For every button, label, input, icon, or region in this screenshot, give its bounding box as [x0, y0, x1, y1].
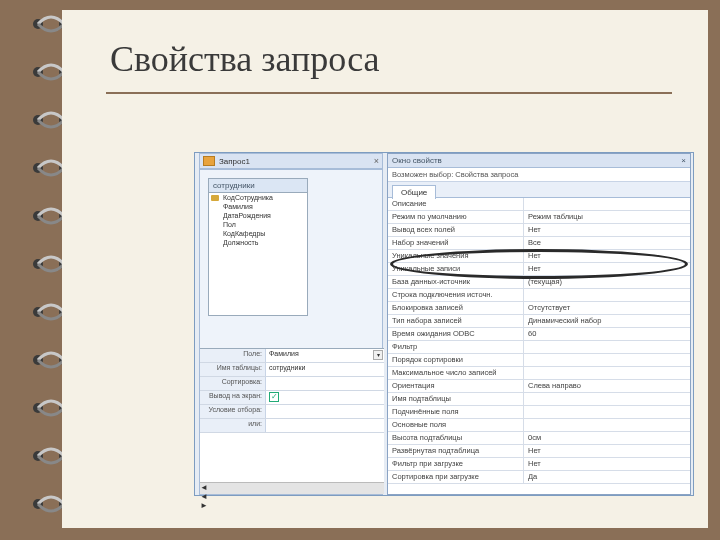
property-value[interactable]: Режим таблицы — [524, 211, 690, 223]
property-row[interactable]: Тип набора записейДинамический набор — [388, 315, 690, 328]
property-value[interactable]: 60 — [524, 328, 690, 340]
property-value[interactable]: (текущая) — [524, 276, 690, 288]
tab-general[interactable]: Общие — [392, 185, 436, 199]
query-tab[interactable]: Запрос1 × — [199, 153, 383, 169]
grid-row[interactable]: или: — [200, 419, 384, 433]
grid-value[interactable] — [266, 405, 384, 418]
property-name: Имя подтаблицы — [388, 393, 524, 405]
grid-label: Условие отбора: — [200, 405, 266, 418]
query-grid: Поле:Фамилия▾Имя таблицы:сотрудникиСорти… — [200, 348, 384, 494]
property-value[interactable]: Все — [524, 237, 690, 249]
property-row[interactable]: База данных-источник(текущая) — [388, 276, 690, 289]
scroll-right-icon[interactable]: ► — [200, 501, 384, 510]
properties-title-bar[interactable]: Окно свойств × — [388, 154, 690, 168]
scroll-left-icon[interactable]: ◄ — [200, 483, 384, 492]
properties-title: Окно свойств — [392, 156, 442, 165]
property-row[interactable]: Уникальные записиНет — [388, 263, 690, 276]
grid-label: Вывод на экран: — [200, 391, 266, 404]
grid-value[interactable]: Фамилия▾ — [266, 349, 384, 362]
property-value[interactable] — [524, 406, 690, 418]
property-name: Максимальное число записей — [388, 367, 524, 379]
property-value[interactable] — [524, 419, 690, 431]
property-value[interactable]: Нет — [524, 250, 690, 262]
properties-list: ОписаниеРежим по умолчаниюРежим таблицыВ… — [388, 198, 690, 484]
property-row[interactable]: Описание — [388, 198, 690, 211]
field-item[interactable]: Должность — [209, 238, 307, 247]
property-row[interactable]: Высота подтаблицы0см — [388, 432, 690, 445]
property-value[interactable]: Отсутствует — [524, 302, 690, 314]
property-name: База данных-источник — [388, 276, 524, 288]
property-row[interactable]: Максимальное число записей — [388, 367, 690, 380]
property-row[interactable]: Вывод всех полейНет — [388, 224, 690, 237]
grid-label: или: — [200, 419, 266, 432]
property-value[interactable]: Нет — [524, 445, 690, 457]
field-item[interactable]: КодСотрудника — [209, 193, 307, 202]
property-name: Порядок сортировки — [388, 354, 524, 366]
property-row[interactable]: Фильтр при загрузкеНет — [388, 458, 690, 471]
property-value[interactable]: Динамический набор — [524, 315, 690, 327]
property-row[interactable]: Основные поля — [388, 419, 690, 432]
property-value[interactable]: Нет — [524, 263, 690, 275]
properties-tabstrip: Общие — [388, 182, 690, 198]
field-item[interactable]: Пол — [209, 220, 307, 229]
grid-row[interactable]: Поле:Фамилия▾ — [200, 349, 384, 363]
property-value[interactable] — [524, 341, 690, 353]
grid-label: Поле: — [200, 349, 266, 362]
field-item[interactable]: Фамилия — [209, 202, 307, 211]
slide: Свойства запроса Запрос1 × сотрудники Ко… — [62, 10, 708, 528]
grid-value[interactable]: ✓ — [266, 391, 384, 404]
property-row[interactable]: Подчинённые поля — [388, 406, 690, 419]
property-row[interactable]: ОриентацияСлева направо — [388, 380, 690, 393]
property-name: Ориентация — [388, 380, 524, 392]
property-row[interactable]: Порядок сортировки — [388, 354, 690, 367]
grid-label: Имя таблицы: — [200, 363, 266, 376]
property-value[interactable] — [524, 198, 690, 210]
checkbox-icon[interactable]: ✓ — [269, 392, 279, 402]
close-icon[interactable]: × — [374, 156, 379, 166]
grid-value[interactable] — [266, 419, 384, 432]
property-value[interactable] — [524, 393, 690, 405]
property-name: Блокировка записей — [388, 302, 524, 314]
query-icon — [203, 156, 215, 166]
property-row[interactable]: Развёрнутая подтаблицаНет — [388, 445, 690, 458]
property-row[interactable]: Сортировка при загрузкеДа — [388, 471, 690, 484]
grid-row[interactable]: Имя таблицы:сотрудники — [200, 363, 384, 377]
design-pane: сотрудники КодСотрудника Фамилия ДатаРож… — [199, 169, 383, 495]
grid-row[interactable]: Вывод на экран:✓ — [200, 391, 384, 405]
chevron-down-icon[interactable]: ▾ — [373, 350, 383, 360]
property-name: Режим по умолчанию — [388, 211, 524, 223]
property-row[interactable]: Уникальные значенияНет — [388, 250, 690, 263]
property-value[interactable]: Да — [524, 471, 690, 483]
table-box[interactable]: сотрудники КодСотрудника Фамилия ДатаРож… — [208, 178, 308, 316]
grid-row[interactable]: Условие отбора: — [200, 405, 384, 419]
field-item[interactable]: КодКафедры — [209, 229, 307, 238]
page-title: Свойства запроса — [62, 10, 708, 88]
property-name: Описание — [388, 198, 524, 210]
property-row[interactable]: Имя подтаблицы — [388, 393, 690, 406]
field-item[interactable]: ДатаРождения — [209, 211, 307, 220]
property-value[interactable] — [524, 367, 690, 379]
close-icon[interactable]: × — [681, 156, 686, 165]
property-value[interactable]: 0см — [524, 432, 690, 444]
scroll-left-icon[interactable]: ◄ — [200, 492, 384, 501]
grid-value[interactable]: сотрудники — [266, 363, 384, 376]
grid-label: Сортировка: — [200, 377, 266, 390]
property-row[interactable]: Время ожидания ODBC60 — [388, 328, 690, 341]
property-value[interactable]: Нет — [524, 224, 690, 236]
property-row[interactable]: Набор значенийВсе — [388, 237, 690, 250]
property-value[interactable] — [524, 289, 690, 301]
property-value[interactable] — [524, 354, 690, 366]
property-name: Тип набора записей — [388, 315, 524, 327]
property-value[interactable]: Нет — [524, 458, 690, 470]
property-row[interactable]: Блокировка записейОтсутствует — [388, 302, 690, 315]
grid-value[interactable] — [266, 377, 384, 390]
property-row[interactable]: Строка подключения источн. — [388, 289, 690, 302]
property-row[interactable]: Режим по умолчаниюРежим таблицы — [388, 211, 690, 224]
grid-row[interactable]: Сортировка: — [200, 377, 384, 391]
property-row[interactable]: Фильтр — [388, 341, 690, 354]
property-name: Уникальные записи — [388, 263, 524, 275]
property-value[interactable]: Слева направо — [524, 380, 690, 392]
grid-hscroll[interactable]: ◄ ◄ ► — [200, 482, 384, 494]
property-name: Подчинённые поля — [388, 406, 524, 418]
property-name: Фильтр — [388, 341, 524, 353]
